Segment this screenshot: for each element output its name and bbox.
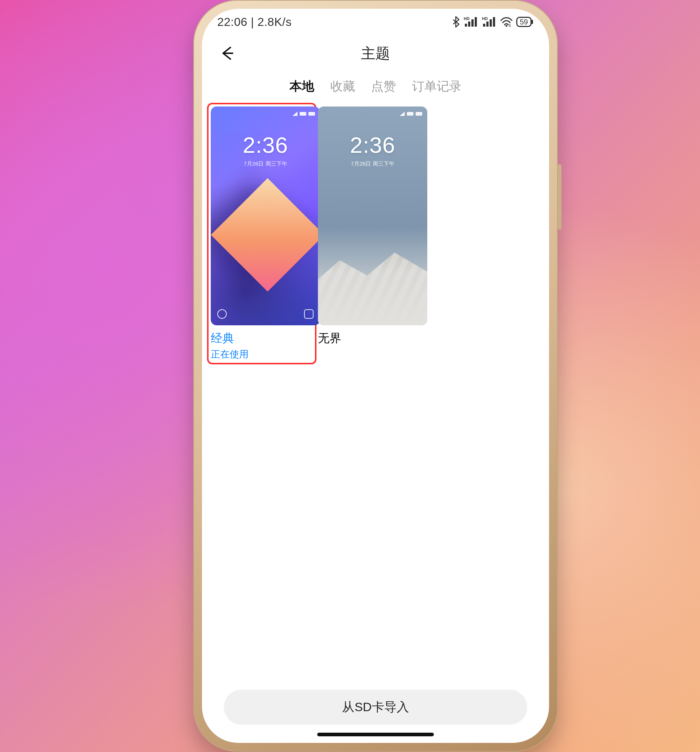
theme-name: 无界 [318, 330, 427, 346]
import-from-sd-button[interactable]: 从SD卡导入 [224, 690, 527, 725]
themes-grid: 2:36 7月26日 周三下午 经典 正在使用 2:36 7月26日 周三下午 … [202, 107, 549, 361]
svg-text:6: 6 [509, 24, 511, 27]
lockscreen-mini-status [400, 112, 422, 116]
lockscreen-date: 7月26日 周三下午 [318, 160, 427, 168]
svg-text:HD: HD [482, 16, 488, 21]
signal-hd-2-icon: HD [482, 16, 497, 27]
phone-mockup: 22:06 | 2.8K/s HD HD 6 59 [193, 0, 558, 752]
tab-orders[interactable]: 订单记录 [412, 78, 462, 96]
theme-card-wujie[interactable]: 2:36 7月26日 周三下午 无界 [318, 107, 427, 361]
home-indicator[interactable] [317, 733, 434, 736]
back-button[interactable] [217, 42, 238, 64]
import-button-label: 从SD卡导入 [342, 699, 409, 716]
bluetooth-icon [452, 16, 460, 28]
lockscreen-bottom-icons [324, 309, 421, 319]
camera-icon [411, 309, 421, 319]
phone-screen: 22:06 | 2.8K/s HD HD 6 59 [202, 9, 549, 743]
lockscreen-mini-status [292, 112, 315, 116]
wifi-icon: 6 [500, 17, 512, 27]
battery-icon: 59 [516, 17, 532, 27]
camera-icon [304, 309, 314, 319]
theme-card-classic[interactable]: 2:36 7月26日 周三下午 经典 正在使用 [207, 103, 317, 364]
lockscreen-bottom-icons [217, 309, 314, 319]
arrow-left-icon [219, 45, 236, 61]
theme-thumbnail: 2:36 7月26日 周三下午 [318, 107, 427, 325]
lockscreen-left-icon [324, 309, 334, 319]
lockscreen-left-icon [217, 309, 227, 319]
tab-likes[interactable]: 点赞 [371, 78, 396, 96]
theme-thumbnail: 2:36 7月26日 周三下午 [211, 107, 320, 325]
svg-point-2 [505, 25, 507, 27]
tab-bar: 本地 收藏 点赞 订单记录 [202, 71, 549, 107]
app-header: 主题 [202, 35, 549, 71]
status-right: HD HD 6 59 [452, 16, 532, 28]
battery-level: 59 [520, 18, 528, 25]
theme-status: 正在使用 [211, 348, 313, 361]
tab-local[interactable]: 本地 [289, 78, 314, 96]
lockscreen-time: 2:36 [318, 132, 427, 158]
status-time: 22:06 [217, 15, 248, 28]
page-title: 主题 [202, 44, 549, 64]
theme-name: 经典 [211, 330, 313, 346]
lockscreen-date: 7月26日 周三下午 [211, 160, 320, 168]
status-bar: 22:06 | 2.8K/s HD HD 6 59 [202, 9, 549, 35]
tab-favorites[interactable]: 收藏 [330, 78, 355, 96]
status-net-speed: 2.8K/s [258, 15, 292, 28]
lockscreen-time: 2:36 [211, 132, 320, 158]
signal-hd-1-icon: HD [464, 16, 478, 27]
svg-text:HD: HD [464, 16, 470, 21]
status-left: 22:06 | 2.8K/s [217, 15, 292, 29]
